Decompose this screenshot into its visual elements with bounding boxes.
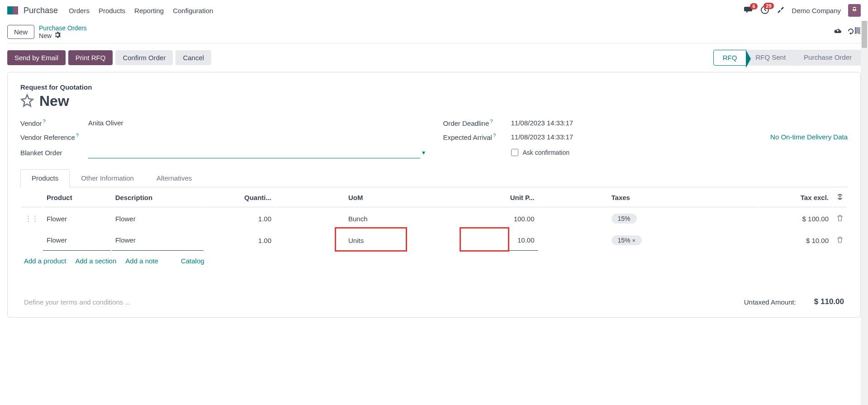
terms-input[interactable]: Define your terms and conditions ... [24,298,131,306]
cell-unit-price[interactable]: 100.00 [473,208,538,229]
form-title-label: Request for Quotation [20,83,848,91]
help-icon[interactable]: ? [493,133,496,138]
untaxed-label: Untaxed Amount: [744,298,796,306]
tabs: Products Other Information Alternatives [20,169,848,187]
catalog-link[interactable]: Catalog [181,257,204,265]
expected-label: Expected Arrival? [443,133,511,141]
blanket-row: Blanket Order ▾ [20,147,425,158]
company-name[interactable]: Demo Company [792,7,841,14]
expected-row: Expected Arrival? 11/08/2023 14:33:17 No… [443,133,848,141]
app-logo[interactable] [7,6,18,14]
add-note-link[interactable]: Add a note [125,257,158,265]
save-discard [834,28,854,36]
cell-quantity[interactable]: 1.00 [204,208,275,229]
cell-quantity[interactable]: 1.00 [204,230,275,251]
tab-alternatives[interactable]: Alternatives [145,169,203,187]
tools-icon[interactable] [777,6,785,15]
scrollbar[interactable] [861,21,868,403]
breadcrumb: Purchase Orders New [39,24,816,39]
status-rfq[interactable]: RFQ [713,50,747,66]
cancel-button[interactable]: Cancel [175,50,211,65]
confirm-order-button[interactable]: Confirm Order [115,50,173,65]
tax-chip: 15%× [612,235,642,245]
col-uom: UoM [276,188,472,207]
status-bar: RFQ RFQ Sent Purchase Order [713,50,861,66]
status-purchase-order[interactable]: Purchase Order [795,50,861,66]
cell-product[interactable]: Flower [43,208,111,229]
deadline-row: Order Deadline? 11/08/2023 14:33:17 [443,119,848,127]
send-email-button[interactable]: Send by Email [7,50,66,65]
drag-handle-icon[interactable]: ⋮⋮ [21,208,42,229]
ask-confirm-row: Ask confirmation [443,147,848,158]
deadline-label: Order Deadline? [443,119,511,127]
cell-description[interactable]: Flower [112,230,204,251]
help-icon[interactable]: ? [43,119,46,124]
cell-description[interactable]: Flower [112,208,204,229]
cell-taxes[interactable]: 15%× [539,230,759,251]
form-title: New [39,93,69,110]
scrollbar-thumb[interactable] [862,21,867,48]
table-row[interactable]: Flower Flower 1.00 Units 10.00 15%× $ 10… [21,230,847,251]
delete-row-icon[interactable] [833,230,847,251]
nav-item-products[interactable]: Products [99,7,125,14]
print-rfq-button[interactable]: Print RFQ [68,50,113,65]
totals: Untaxed Amount: $ 110.00 [744,297,844,306]
breadcrumb-link[interactable]: Purchase Orders [39,24,816,32]
svg-rect-4 [853,9,854,10]
col-product: Product [43,188,111,207]
col-options-icon[interactable] [833,188,847,207]
blanket-input[interactable] [88,147,420,158]
vendor-value[interactable]: Anita Oliver [88,119,425,127]
main-content: Send by Email Print RFQ Confirm Order Ca… [0,43,868,403]
nav-item-reporting[interactable]: Reporting [134,7,164,14]
breadcrumb-current: New [39,32,816,39]
vendor-ref-label: Vendor Reference? [20,133,88,141]
clock-icon[interactable]: 29 [760,5,769,16]
delivery-data-link[interactable]: No On-time Delivery Data [770,133,848,141]
table-row[interactable]: ⋮⋮ Flower Flower 1.00 Bunch 100.00 15% $… [21,208,847,229]
bookmark-icon[interactable] [854,27,861,37]
delete-row-icon[interactable] [833,208,847,229]
star-icon[interactable] [20,94,34,109]
svg-rect-5 [855,9,856,10]
cell-uom[interactable]: Units [276,230,472,251]
discard-icon[interactable] [847,28,854,36]
vendor-label: Vendor? [20,119,88,127]
vendor-ref-row: Vendor Reference? [20,133,425,141]
status-rfq-sent[interactable]: RFQ Sent [746,50,795,66]
col-description: Description [112,188,204,207]
tab-other-information[interactable]: Other Information [70,169,145,187]
nav-item-orders[interactable]: Orders [69,7,90,14]
cloud-save-icon[interactable] [834,28,842,36]
help-icon[interactable]: ? [76,133,79,138]
ask-confirm-checkbox[interactable] [511,149,518,156]
add-product-link[interactable]: Add a product [24,257,66,265]
action-bar: Send by Email Print RFQ Confirm Order Ca… [7,43,861,72]
form-grid: Vendor? Anita Oliver Order Deadline? 11/… [20,119,848,158]
cell-uom[interactable]: Bunch [276,208,472,229]
nav-menu: Orders Products Reporting Configuration [69,7,744,14]
app-name[interactable]: Purchase [24,6,58,15]
chat-icon[interactable]: 6 [744,6,753,15]
avatar[interactable] [848,4,861,17]
nav-item-configuration[interactable]: Configuration [173,7,213,14]
cell-product[interactable]: Flower [43,230,111,251]
untaxed-amount: $ 110.00 [814,297,844,306]
cell-unit-price[interactable]: 10.00 [473,230,538,251]
tab-products[interactable]: Products [20,169,70,187]
form-title-row: New [20,93,848,110]
product-table-wrapper: Product Description Quanti... UoM Unit P… [20,187,848,252]
new-button[interactable]: New [7,25,34,39]
remove-tax-icon[interactable]: × [632,237,636,244]
help-icon[interactable]: ? [490,119,493,124]
gear-icon[interactable] [54,32,61,39]
tax-chip: 15% [612,214,637,224]
cell-taxes[interactable]: 15% [539,208,759,229]
deadline-value[interactable]: 11/08/2023 14:33:17 [511,119,848,127]
vendor-row: Vendor? Anita Oliver [20,119,425,127]
dropdown-caret-icon[interactable]: ▾ [422,149,425,156]
col-taxes: Taxes [539,188,759,207]
form-sheet: Request for Quotation New Vendor? Anita … [7,72,861,318]
add-section-link[interactable]: Add a section [75,257,116,265]
expected-value[interactable]: 11/08/2023 14:33:17 [511,133,771,141]
